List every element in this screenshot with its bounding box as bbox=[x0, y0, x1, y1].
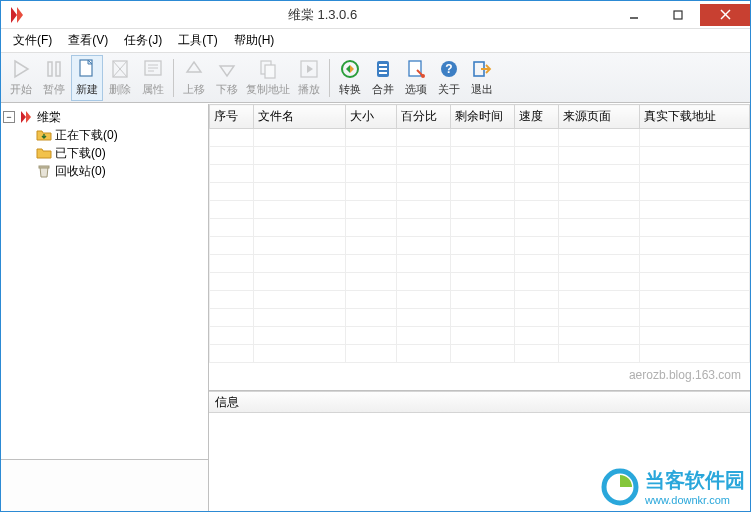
maximize-button[interactable] bbox=[656, 4, 700, 26]
close-button[interactable] bbox=[700, 4, 750, 26]
svg-rect-15 bbox=[265, 65, 275, 78]
info-panel: 信息 bbox=[209, 391, 750, 511]
toolbar-merge[interactable]: 合并 bbox=[367, 55, 399, 101]
toolbar-moveup[interactable]: 上移 bbox=[178, 55, 210, 101]
titlebar: 维棠 1.3.0.6 bbox=[1, 1, 750, 29]
new-file-icon bbox=[76, 58, 98, 80]
svg-rect-1 bbox=[674, 11, 682, 19]
toolbar-separator bbox=[329, 59, 330, 97]
table-row[interactable] bbox=[210, 219, 750, 237]
tree: − 维棠 正在下载(0) 已下载(0) 回收站(0) bbox=[1, 104, 208, 459]
properties-icon bbox=[142, 58, 164, 80]
table-row[interactable] bbox=[210, 345, 750, 363]
svg-point-23 bbox=[421, 74, 425, 78]
pause-icon bbox=[43, 58, 65, 80]
toolbar-properties[interactable]: 属性 bbox=[137, 55, 169, 101]
play-icon bbox=[298, 58, 320, 80]
merge-icon bbox=[372, 58, 394, 80]
col-speed[interactable]: 速度 bbox=[515, 105, 559, 129]
toolbar-pause[interactable]: 暂停 bbox=[38, 55, 70, 101]
window-controls bbox=[612, 4, 750, 26]
table-row[interactable] bbox=[210, 201, 750, 219]
delete-icon bbox=[109, 58, 131, 80]
arrow-up-icon bbox=[183, 58, 205, 80]
toolbar-separator bbox=[173, 59, 174, 97]
toolbar: 开始 暂停 新建 删除 属性 上移 下移 复制地址 bbox=[1, 53, 750, 103]
app-window: 维棠 1.3.0.6 文件(F) 查看(V) 任务(J) 工具(T) 帮助(H)… bbox=[0, 0, 751, 512]
folder-download-icon bbox=[36, 127, 52, 143]
col-filename[interactable]: 文件名 bbox=[254, 105, 346, 129]
info-body bbox=[209, 413, 750, 511]
folder-icon bbox=[36, 145, 52, 161]
toolbar-movedown[interactable]: 下移 bbox=[211, 55, 243, 101]
table-row[interactable] bbox=[210, 183, 750, 201]
table-header-row: 序号 文件名 大小 百分比 剩余时间 速度 来源页面 真实下载地址 bbox=[210, 105, 750, 129]
menu-file[interactable]: 文件(F) bbox=[5, 29, 60, 52]
toolbar-start[interactable]: 开始 bbox=[5, 55, 37, 101]
toolbar-exit[interactable]: 退出 bbox=[466, 55, 498, 101]
body-area: − 维棠 正在下载(0) 已下载(0) 回收站(0) bbox=[1, 103, 750, 511]
table-row[interactable] bbox=[210, 327, 750, 345]
collapse-icon[interactable]: − bbox=[3, 111, 15, 123]
table-row[interactable] bbox=[210, 309, 750, 327]
copy-icon bbox=[257, 58, 279, 80]
trash-icon bbox=[36, 163, 52, 179]
exit-icon bbox=[471, 58, 493, 80]
table-row[interactable] bbox=[210, 129, 750, 147]
svg-rect-20 bbox=[379, 68, 387, 70]
col-source[interactable]: 来源页面 bbox=[559, 105, 639, 129]
convert-icon bbox=[339, 58, 361, 80]
menu-task[interactable]: 任务(J) bbox=[116, 29, 170, 52]
svg-text:?: ? bbox=[445, 62, 452, 76]
svg-rect-27 bbox=[39, 166, 49, 168]
svg-rect-4 bbox=[48, 62, 52, 76]
toolbar-options[interactable]: 选项 bbox=[400, 55, 432, 101]
toolbar-delete[interactable]: 删除 bbox=[104, 55, 136, 101]
toolbar-copyaddr[interactable]: 复制地址 bbox=[244, 55, 292, 101]
tree-downloading[interactable]: 正在下载(0) bbox=[3, 126, 206, 144]
svg-rect-22 bbox=[409, 61, 421, 76]
svg-rect-5 bbox=[56, 62, 60, 76]
arrow-down-icon bbox=[216, 58, 238, 80]
info-header: 信息 bbox=[209, 391, 750, 413]
table-row[interactable] bbox=[210, 237, 750, 255]
menubar: 文件(F) 查看(V) 任务(J) 工具(T) 帮助(H) bbox=[1, 29, 750, 53]
table-row[interactable] bbox=[210, 165, 750, 183]
table-row[interactable] bbox=[210, 255, 750, 273]
tree-root[interactable]: − 维棠 bbox=[3, 108, 206, 126]
app-icon bbox=[7, 5, 27, 25]
svg-rect-21 bbox=[379, 72, 387, 74]
menu-help[interactable]: 帮助(H) bbox=[226, 29, 283, 52]
toolbar-play[interactable]: 播放 bbox=[293, 55, 325, 101]
toolbar-about[interactable]: ? 关于 bbox=[433, 55, 465, 101]
minimize-button[interactable] bbox=[612, 4, 656, 26]
options-icon bbox=[405, 58, 427, 80]
menu-view[interactable]: 查看(V) bbox=[60, 29, 116, 52]
sidebar: − 维棠 正在下载(0) 已下载(0) 回收站(0) bbox=[1, 104, 209, 511]
app-icon bbox=[18, 109, 34, 125]
sidebar-bottom-panel bbox=[1, 459, 208, 511]
col-index[interactable]: 序号 bbox=[210, 105, 254, 129]
toolbar-convert[interactable]: 转换 bbox=[334, 55, 366, 101]
toolbar-new[interactable]: 新建 bbox=[71, 55, 103, 101]
task-table[interactable]: 序号 文件名 大小 百分比 剩余时间 速度 来源页面 真实下载地址 bbox=[209, 104, 750, 391]
play-arrow-icon bbox=[10, 58, 32, 80]
col-size[interactable]: 大小 bbox=[346, 105, 396, 129]
menu-tool[interactable]: 工具(T) bbox=[170, 29, 225, 52]
window-title: 维棠 1.3.0.6 bbox=[33, 6, 612, 24]
col-percent[interactable]: 百分比 bbox=[396, 105, 450, 129]
col-remaining[interactable]: 剩余时间 bbox=[450, 105, 514, 129]
tree-recycle[interactable]: 回收站(0) bbox=[3, 162, 206, 180]
table-row[interactable] bbox=[210, 291, 750, 309]
table-row[interactable] bbox=[210, 273, 750, 291]
main-area: 序号 文件名 大小 百分比 剩余时间 速度 来源页面 真实下载地址 bbox=[209, 104, 750, 511]
tree-downloaded[interactable]: 已下载(0) bbox=[3, 144, 206, 162]
svg-rect-19 bbox=[379, 64, 387, 66]
table-row[interactable] bbox=[210, 147, 750, 165]
help-icon: ? bbox=[438, 58, 460, 80]
col-realurl[interactable]: 真实下载地址 bbox=[639, 105, 749, 129]
